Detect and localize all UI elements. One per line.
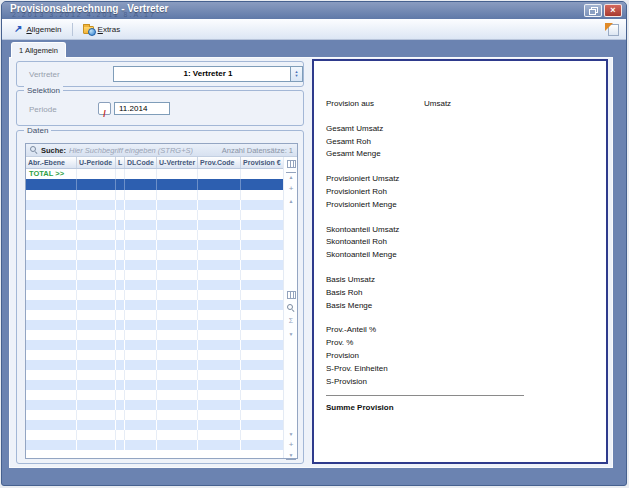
- grid-cell: [116, 380, 125, 390]
- previous-row-icon[interactable]: ▲: [286, 196, 296, 205]
- vertreter-combobox[interactable]: 1: Vertreter 1 ▲ ▼: [113, 66, 303, 82]
- table-row[interactable]: [26, 260, 283, 270]
- grid-cell: [77, 250, 116, 260]
- grid-cell: [241, 260, 283, 270]
- selektion-groupbox: Selektion Periode / 11.2014: [16, 90, 304, 126]
- grid-cell: [125, 430, 157, 440]
- table-row[interactable]: [26, 310, 283, 320]
- grid-cell: [198, 410, 241, 420]
- grid-cell: [116, 360, 125, 370]
- table-row[interactable]: [26, 220, 283, 230]
- table-row[interactable]: [26, 290, 283, 300]
- exit-form-button[interactable]: [605, 23, 619, 36]
- column-header-1[interactable]: Abr.-Ebene: [26, 157, 77, 168]
- summary-row: Gesamt Menge: [326, 149, 596, 160]
- grid-cell: [241, 179, 283, 190]
- grid-cell: [157, 169, 198, 179]
- table-row[interactable]: [26, 330, 283, 340]
- search-input[interactable]: Hier Suchbegriff eingeben (STRG+S): [69, 146, 193, 155]
- periode-picker-button[interactable]: /: [98, 102, 111, 115]
- column-header-7[interactable]: Provision €: [241, 157, 283, 168]
- total-row[interactable]: TOTAL >>: [26, 169, 283, 179]
- grid-cell: [26, 430, 77, 440]
- grid-cell: [26, 360, 77, 370]
- grid-cell: [241, 400, 283, 410]
- grid-search-bar[interactable]: Suche: Hier Suchbegriff eingeben (STRG+S…: [26, 144, 297, 157]
- column-header-3[interactable]: L: [116, 157, 125, 168]
- grid-cell: [77, 350, 116, 360]
- grid-cell: [198, 320, 241, 330]
- table-row[interactable]: [26, 430, 283, 440]
- summary-icon[interactable]: Σ: [286, 316, 296, 325]
- column-header-4[interactable]: DLCode: [125, 157, 157, 168]
- daten-title: Daten: [24, 126, 51, 135]
- table-row[interactable]: [26, 250, 283, 260]
- selected-row[interactable]: [26, 179, 283, 190]
- grid-cell: [198, 350, 241, 360]
- table-row[interactable]: [26, 240, 283, 250]
- grid-cell: [241, 360, 283, 370]
- scroll-to-top-icon[interactable]: ▲: [286, 172, 296, 181]
- column-header-2[interactable]: U-Periode: [77, 157, 116, 168]
- close-button[interactable]: ×: [604, 4, 622, 17]
- grid-cell: [116, 270, 125, 280]
- grid-cell: [241, 330, 283, 340]
- scroll-to-bottom-icon[interactable]: ▼: [286, 451, 296, 460]
- menu-extras[interactable]: Extras: [78, 22, 126, 36]
- grid-cell: [26, 270, 77, 280]
- vertreter-spinner[interactable]: ▲ ▼: [290, 67, 302, 81]
- table-row[interactable]: [26, 400, 283, 410]
- table-row[interactable]: [26, 360, 283, 370]
- summary-row: Skontoanteil Roh: [326, 237, 596, 248]
- table-row[interactable]: [26, 340, 283, 350]
- grid-cell: [77, 300, 116, 310]
- grid-cell: [77, 179, 116, 190]
- table-row[interactable]: [26, 380, 283, 390]
- table-row[interactable]: [26, 270, 283, 280]
- filter-icon[interactable]: ▼: [286, 329, 296, 338]
- restore-button[interactable]: [584, 4, 602, 17]
- table-row[interactable]: [26, 210, 283, 220]
- grid-cell: [26, 210, 77, 220]
- summary-divider: [326, 395, 524, 396]
- table-row[interactable]: [26, 420, 283, 430]
- table-row[interactable]: [26, 390, 283, 400]
- table-row[interactable]: [26, 200, 283, 210]
- grid-cell: [26, 200, 77, 210]
- periode-input[interactable]: 11.2014: [114, 102, 170, 115]
- grid-cell: [241, 280, 283, 290]
- table-row[interactable]: [26, 410, 283, 420]
- move-up-icon[interactable]: +: [286, 184, 296, 193]
- search-icon[interactable]: [286, 303, 296, 312]
- table-row[interactable]: [26, 300, 283, 310]
- next-row-icon[interactable]: ▼: [286, 429, 296, 438]
- table-row[interactable]: [26, 320, 283, 330]
- column-header-6[interactable]: Prov.Code: [198, 157, 241, 168]
- summary-row: Gesamt Roh: [326, 137, 596, 148]
- grid-cell: [77, 270, 116, 280]
- move-down-icon[interactable]: +: [286, 440, 296, 449]
- grid-cell: [125, 370, 157, 380]
- columns-icon[interactable]: [286, 290, 296, 299]
- grid-cell: [198, 330, 241, 340]
- summary-label: Prov. %: [326, 338, 353, 347]
- grid-cell: [198, 300, 241, 310]
- summary-row: Provisioniert Umsatz: [326, 174, 596, 185]
- tab-allgemein[interactable]: 1 Allgemein: [11, 42, 66, 58]
- grid-nav-strip[interactable]: ▲+▲Σ▼▼+▼: [283, 157, 297, 458]
- grid-cell: [157, 240, 198, 250]
- column-chooser-icon[interactable]: [286, 159, 296, 168]
- grid-cell: [116, 430, 125, 440]
- table-row[interactable]: [26, 440, 283, 450]
- table-row[interactable]: [26, 280, 283, 290]
- menu-allgemein[interactable]: ↗ Allgemein: [9, 22, 67, 36]
- column-header-5[interactable]: U-Vertreter: [157, 157, 198, 168]
- table-row[interactable]: [26, 230, 283, 240]
- grid-cell: [157, 250, 198, 260]
- table-row[interactable]: [26, 350, 283, 360]
- table-row[interactable]: [26, 190, 283, 200]
- vertreter-groupbox: Vertreter 1: Vertreter 1 ▲ ▼: [16, 61, 304, 87]
- grid-cell: [125, 240, 157, 250]
- grid-cell: [198, 390, 241, 400]
- table-row[interactable]: [26, 370, 283, 380]
